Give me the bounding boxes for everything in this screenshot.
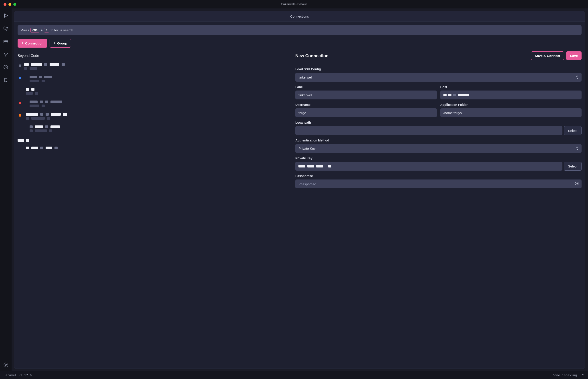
label-label: Label <box>295 85 436 89</box>
status-dot <box>19 127 21 129</box>
save-and-connect-button[interactable]: Save & Connect <box>531 51 564 60</box>
plus-icon: + <box>21 41 23 45</box>
bookmarks-button[interactable] <box>2 77 10 84</box>
status-dot <box>19 102 21 104</box>
wifi-icon <box>3 52 8 57</box>
eye-icon <box>574 181 579 186</box>
local-path-select-button[interactable]: Select <box>564 126 582 135</box>
connection-item[interactable] <box>19 113 281 120</box>
local-path-input[interactable] <box>295 126 562 135</box>
connection-item[interactable] <box>19 100 281 107</box>
run-button[interactable] <box>2 12 10 19</box>
maximize-window-button[interactable] <box>13 3 16 6</box>
clock-icon <box>3 64 8 70</box>
laravel-icon <box>3 26 8 31</box>
chevron-up-icon <box>581 373 585 376</box>
group-title: Beyond Code <box>17 54 281 58</box>
connection-item[interactable] <box>19 147 281 150</box>
private-key-input[interactable] <box>295 162 562 171</box>
private-key-select-button[interactable]: Select <box>564 162 582 171</box>
kbd-f: F <box>44 28 49 32</box>
status-expand-button[interactable] <box>581 373 585 377</box>
username-label: Username <box>295 103 436 107</box>
remote-button[interactable] <box>2 51 10 58</box>
ssh-config-select[interactable] <box>295 73 582 82</box>
add-group-label: Group <box>57 41 67 45</box>
toggle-passphrase-visibility[interactable] <box>574 181 579 187</box>
ssh-config-label: Load SSH Config <box>295 67 582 71</box>
laravel-button[interactable] <box>2 25 10 32</box>
app-folder-input[interactable] <box>440 108 582 117</box>
kbd-plus: + <box>41 28 43 32</box>
search-hint[interactable]: Press CMD + F to focus search <box>17 25 582 35</box>
plus-icon: + <box>53 41 55 45</box>
settings-button[interactable] <box>2 361 10 368</box>
host-label: Host <box>440 85 582 89</box>
passphrase-input[interactable] <box>295 179 582 188</box>
svg-marker-0 <box>4 14 8 17</box>
search-hint-prefix: Press <box>21 28 29 32</box>
group-title-2 <box>17 139 281 142</box>
kbd-cmd: CMD <box>31 28 39 32</box>
connection-list: Beyond Code <box>17 51 288 369</box>
local-path-label: Local path <box>295 121 582 124</box>
bookmark-icon <box>3 78 8 83</box>
connection-item[interactable] <box>19 88 281 95</box>
svg-point-1 <box>6 56 6 56</box>
status-dot <box>19 89 21 92</box>
app-folder-label: Application Folder <box>440 103 582 107</box>
add-group-button[interactable]: + Group <box>50 39 71 47</box>
add-connection-label: Connection <box>25 41 44 45</box>
connection-form: New Connection Save & Connect Save Load … <box>288 51 582 369</box>
close-window-button[interactable] <box>3 3 6 6</box>
private-key-label: Private Key <box>295 156 582 160</box>
play-icon <box>3 13 8 18</box>
status-bar: Laravel v9.17.0 Done indexing <box>0 371 588 379</box>
status-framework: Laravel v9.17.0 <box>3 373 31 377</box>
status-dot <box>19 77 21 79</box>
username-input[interactable] <box>295 108 436 117</box>
icon-rail <box>0 8 12 371</box>
form-title: New Connection <box>295 53 328 58</box>
minimize-window-button[interactable] <box>8 3 11 6</box>
status-indexing: Done indexing <box>552 373 577 377</box>
status-dot <box>19 114 21 117</box>
titlebar: Tinkerwell - Default <box>0 0 588 8</box>
host-input[interactable] <box>440 91 582 99</box>
save-button[interactable]: Save <box>566 51 582 60</box>
auth-method-label: Authentication Method <box>295 139 582 142</box>
window-title: Tinkerwell - Default <box>0 2 588 6</box>
label-input[interactable] <box>295 91 436 99</box>
open-folder-button[interactable] <box>2 38 10 45</box>
svg-point-3 <box>5 364 6 365</box>
connection-item[interactable] <box>19 126 281 132</box>
history-button[interactable] <box>2 63 10 71</box>
passphrase-label: Passphrase <box>295 174 582 178</box>
auth-method-select[interactable] <box>295 144 582 153</box>
svg-point-4 <box>576 183 578 184</box>
connection-item[interactable] <box>19 63 281 70</box>
connection-item[interactable] <box>19 76 281 82</box>
folder-open-icon <box>3 39 8 44</box>
status-dot <box>19 148 21 150</box>
gear-icon <box>3 362 8 367</box>
panel-title: Connections <box>14 11 585 22</box>
search-hint-suffix: to focus search <box>50 28 73 32</box>
add-connection-button[interactable]: + Connection <box>17 39 47 47</box>
status-dot <box>19 64 21 67</box>
